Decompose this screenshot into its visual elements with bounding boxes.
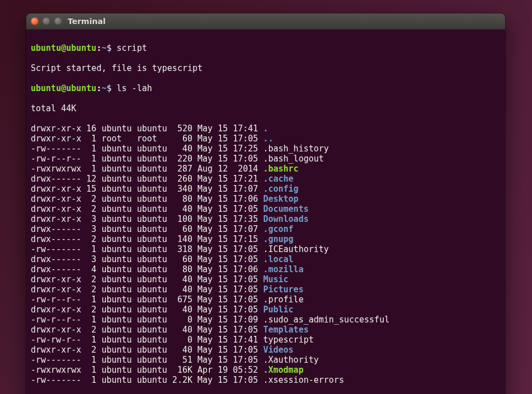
file-name: .gconf <box>263 224 293 234</box>
file-name: .gnupg <box>263 234 293 244</box>
ls-row: drwxr-xr-x 2 ubuntu ubuntu 40 May 15 17:… <box>31 345 501 355</box>
ls-row: drwxr-xr-x 2 ubuntu ubuntu 80 May 15 17:… <box>31 194 501 204</box>
ls-row: drwxr-xr-x 15 ubuntu ubuntu 340 May 15 1… <box>31 184 501 194</box>
command-text: script <box>117 43 147 53</box>
ls-long-listing: drwxr-xr-x 16 ubuntu ubuntu 520 May 15 1… <box>31 124 501 385</box>
command-text: ls -lah <box>117 83 152 93</box>
ls-row: -rw-rw-r-- 1 ubuntu ubuntu 0 May 15 17:4… <box>31 335 501 345</box>
ls-row: -rw------- 1 ubuntu ubuntu 51 May 15 17:… <box>31 355 501 365</box>
prompt-line: ubuntu@ubuntu:~$ script <box>31 43 501 53</box>
file-name: Videos <box>263 345 293 355</box>
file-name: Documents <box>263 204 308 214</box>
ls-row: drwx------ 3 ubuntu ubuntu 60 May 15 17:… <box>31 224 501 234</box>
file-name: .xsession-errors <box>263 375 344 385</box>
ls-row: drwxr-xr-x 3 ubuntu ubuntu 100 May 15 17… <box>31 214 501 224</box>
window-title: Terminal <box>68 17 106 26</box>
file-name: .profile <box>263 295 303 305</box>
minimize-icon[interactable] <box>43 17 50 25</box>
ls-row: -rw-r--r-- 1 ubuntu ubuntu 220 May 15 17… <box>31 154 501 164</box>
file-name: .ICEauthority <box>263 244 328 254</box>
ls-row: -rw------- 1 ubuntu ubuntu 2.2K May 15 1… <box>31 375 501 385</box>
file-name: .bash_history <box>263 144 328 154</box>
file-name: Pictures <box>263 284 303 295</box>
window-buttons <box>31 17 62 25</box>
file-name: .mozilla <box>263 264 303 274</box>
file-name: typescript <box>263 335 313 345</box>
output-line: total 44K <box>31 103 501 113</box>
ls-row: -rw-r--r-- 1 ubuntu ubuntu 675 May 15 17… <box>31 295 501 305</box>
ls-row: drwxr-xr-x 16 ubuntu ubuntu 520 May 15 1… <box>31 124 501 134</box>
ls-row: -rwxrwxrwx 1 ubuntu ubuntu 16K Apr 19 05… <box>31 365 501 375</box>
file-name: .config <box>263 184 298 194</box>
ls-row: drwxr-xr-x 1 root root 60 May 15 17:05 .… <box>31 134 501 144</box>
close-icon[interactable] <box>31 17 39 25</box>
ls-row: drwxr-xr-x 2 ubuntu ubuntu 40 May 15 17:… <box>31 325 501 335</box>
terminal-output[interactable]: ubuntu@ubuntu:~$ script Script started, … <box>26 30 505 394</box>
output-line: Script started, file is typescript <box>31 63 501 73</box>
ls-row: drwxr-xr-x 2 ubuntu ubuntu 40 May 15 17:… <box>31 274 501 284</box>
file-name: .bash_logout <box>263 154 323 164</box>
ls-row: drwx------ 4 ubuntu ubuntu 80 May 15 17:… <box>31 264 501 274</box>
file-name: Public <box>263 305 293 315</box>
ls-row: -rwxrwxrwx 1 ubuntu ubuntu 287 Aug 12 20… <box>31 164 501 174</box>
prompt-user: ubuntu@ubuntu <box>31 43 96 53</box>
ls-row: drwxr-xr-x 2 ubuntu ubuntu 40 May 15 17:… <box>31 204 501 214</box>
ls-row: -rw------- 1 ubuntu ubuntu 40 May 15 17:… <box>31 144 501 154</box>
file-name: .bashrc <box>263 164 298 174</box>
file-name: . <box>263 124 268 134</box>
file-name: Desktop <box>263 194 298 204</box>
file-name: Downloads <box>263 214 308 224</box>
file-name: Music <box>263 274 288 284</box>
maximize-icon[interactable] <box>54 17 62 25</box>
file-name: Templates <box>263 325 308 335</box>
file-name: .local <box>263 254 293 264</box>
titlebar[interactable]: Terminal <box>26 13 505 30</box>
ls-row: -rw------- 1 ubuntu ubuntu 318 May 15 17… <box>31 244 501 254</box>
terminal-window: Terminal ubuntu@ubuntu:~$ script Script … <box>26 13 505 394</box>
ls-row: drwx------ 12 ubuntu ubuntu 260 May 15 1… <box>31 174 501 184</box>
file-name: .sudo_as_admin_successful <box>263 315 389 325</box>
prompt-line: ubuntu@ubuntu:~$ ls -lah <box>31 83 501 93</box>
ls-row: -rw-r--r-- 1 ubuntu ubuntu 0 May 15 17:0… <box>31 315 501 325</box>
file-name: .Xmodmap <box>263 365 303 375</box>
ls-row: drwxr-xr-x 2 ubuntu ubuntu 40 May 15 17:… <box>31 284 501 295</box>
ls-row: drwxr-xr-x 2 ubuntu ubuntu 40 May 15 17:… <box>31 305 501 315</box>
file-name: .cache <box>263 174 293 184</box>
ls-row: drwx------ 2 ubuntu ubuntu 140 May 15 17… <box>31 234 501 244</box>
file-name: .. <box>263 134 273 144</box>
ls-row: drwx------ 3 ubuntu ubuntu 60 May 15 17:… <box>31 254 501 264</box>
file-name: .Xauthority <box>263 355 318 365</box>
